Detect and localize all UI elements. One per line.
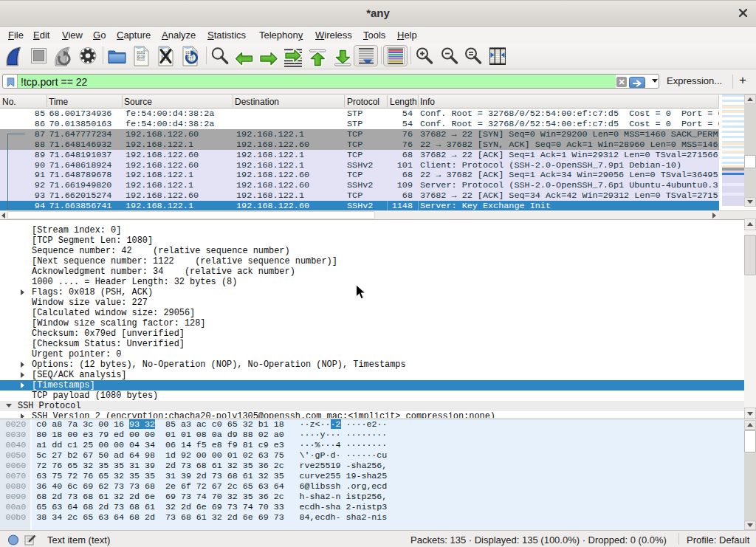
svg-text:0111: 0111 [137,58,145,61]
